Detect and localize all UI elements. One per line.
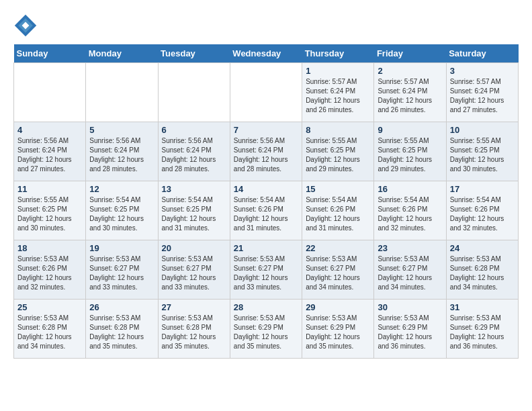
calendar-cell: 10Sunrise: 5:55 AM Sunset: 6:25 PM Dayli… (446, 122, 518, 181)
day-number: 21 (234, 243, 298, 253)
calendar-cell (86, 63, 158, 122)
day-number: 27 (162, 302, 226, 312)
day-info: Sunrise: 5:56 AM Sunset: 6:24 PM Dayligh… (162, 136, 226, 174)
day-number: 8 (306, 125, 370, 135)
calendar-cell: 4Sunrise: 5:56 AM Sunset: 6:24 PM Daylig… (14, 122, 86, 181)
day-number: 11 (17, 184, 82, 194)
calendar-cell: 13Sunrise: 5:54 AM Sunset: 6:25 PM Dayli… (158, 181, 230, 240)
calendar-cell: 29Sunrise: 5:53 AM Sunset: 6:29 PM Dayli… (302, 300, 374, 359)
week-row-4: 18Sunrise: 5:53 AM Sunset: 6:26 PM Dayli… (14, 240, 519, 300)
day-number: 7 (234, 125, 298, 135)
calendar-cell: 20Sunrise: 5:53 AM Sunset: 6:27 PM Dayli… (158, 240, 230, 300)
day-info: Sunrise: 5:53 AM Sunset: 6:27 PM Dayligh… (234, 255, 298, 292)
day-number: 23 (378, 243, 442, 253)
header-tuesday: Tuesday (158, 44, 230, 63)
week-row-3: 11Sunrise: 5:55 AM Sunset: 6:25 PM Dayli… (14, 181, 519, 240)
day-number: 19 (89, 243, 154, 253)
day-info: Sunrise: 5:53 AM Sunset: 6:29 PM Dayligh… (378, 314, 442, 351)
day-number: 25 (17, 302, 82, 312)
calendar-cell: 5Sunrise: 5:56 AM Sunset: 6:24 PM Daylig… (86, 122, 158, 181)
day-number: 6 (162, 125, 226, 135)
day-info: Sunrise: 5:56 AM Sunset: 6:24 PM Dayligh… (234, 136, 298, 174)
header-wednesday: Wednesday (230, 44, 302, 63)
day-number: 28 (234, 302, 298, 312)
day-info: Sunrise: 5:53 AM Sunset: 6:27 PM Dayligh… (306, 255, 370, 292)
calendar-cell: 2Sunrise: 5:57 AM Sunset: 6:24 PM Daylig… (374, 63, 446, 122)
day-info: Sunrise: 5:56 AM Sunset: 6:24 PM Dayligh… (17, 136, 82, 174)
day-number: 3 (450, 66, 515, 76)
calendar-cell: 30Sunrise: 5:53 AM Sunset: 6:29 PM Dayli… (374, 300, 446, 359)
day-info: Sunrise: 5:55 AM Sunset: 6:25 PM Dayligh… (378, 136, 442, 174)
day-number: 16 (378, 184, 442, 194)
calendar-cell (230, 63, 302, 122)
day-number: 22 (306, 243, 370, 253)
calendar-cell (158, 63, 230, 122)
day-number: 10 (450, 125, 515, 135)
logo (13, 13, 42, 38)
day-info: Sunrise: 5:55 AM Sunset: 6:25 PM Dayligh… (450, 136, 515, 174)
day-info: Sunrise: 5:53 AM Sunset: 6:29 PM Dayligh… (450, 314, 515, 351)
day-number: 20 (162, 243, 226, 253)
calendar-header-row: SundayMondayTuesdayWednesdayThursdayFrid… (14, 44, 519, 63)
day-info: Sunrise: 5:55 AM Sunset: 6:25 PM Dayligh… (306, 136, 370, 174)
day-info: Sunrise: 5:53 AM Sunset: 6:29 PM Dayligh… (306, 314, 370, 351)
calendar-cell (14, 63, 86, 122)
day-number: 12 (89, 184, 154, 194)
day-info: Sunrise: 5:53 AM Sunset: 6:27 PM Dayligh… (378, 255, 442, 292)
calendar-table: SundayMondayTuesdayWednesdayThursdayFrid… (13, 44, 519, 359)
calendar-cell: 22Sunrise: 5:53 AM Sunset: 6:27 PM Dayli… (302, 240, 374, 300)
logo-icon (13, 13, 38, 38)
calendar-cell: 21Sunrise: 5:53 AM Sunset: 6:27 PM Dayli… (230, 240, 302, 300)
day-info: Sunrise: 5:54 AM Sunset: 6:25 PM Dayligh… (89, 195, 154, 233)
day-info: Sunrise: 5:57 AM Sunset: 6:24 PM Dayligh… (306, 77, 370, 115)
day-number: 2 (378, 66, 442, 76)
day-info: Sunrise: 5:57 AM Sunset: 6:24 PM Dayligh… (450, 77, 515, 115)
calendar-cell: 31Sunrise: 5:53 AM Sunset: 6:29 PM Dayli… (446, 300, 518, 359)
day-number: 29 (306, 302, 370, 312)
calendar-cell: 9Sunrise: 5:55 AM Sunset: 6:25 PM Daylig… (374, 122, 446, 181)
calendar-cell: 27Sunrise: 5:53 AM Sunset: 6:28 PM Dayli… (158, 300, 230, 359)
page-header (13, 13, 519, 38)
calendar-cell: 14Sunrise: 5:54 AM Sunset: 6:26 PM Dayli… (230, 181, 302, 240)
day-info: Sunrise: 5:53 AM Sunset: 6:29 PM Dayligh… (234, 314, 298, 351)
header-sunday: Sunday (14, 44, 86, 63)
calendar-cell: 26Sunrise: 5:53 AM Sunset: 6:28 PM Dayli… (86, 300, 158, 359)
day-number: 26 (89, 302, 154, 312)
day-info: Sunrise: 5:53 AM Sunset: 6:28 PM Dayligh… (162, 314, 226, 351)
day-number: 17 (450, 184, 515, 194)
day-info: Sunrise: 5:56 AM Sunset: 6:24 PM Dayligh… (89, 136, 154, 174)
day-info: Sunrise: 5:57 AM Sunset: 6:24 PM Dayligh… (378, 77, 442, 115)
calendar-cell: 28Sunrise: 5:53 AM Sunset: 6:29 PM Dayli… (230, 300, 302, 359)
calendar-cell: 24Sunrise: 5:53 AM Sunset: 6:28 PM Dayli… (446, 240, 518, 300)
day-number: 31 (450, 302, 515, 312)
calendar-cell: 1Sunrise: 5:57 AM Sunset: 6:24 PM Daylig… (302, 63, 374, 122)
header-monday: Monday (86, 44, 158, 63)
day-number: 24 (450, 243, 515, 253)
day-info: Sunrise: 5:53 AM Sunset: 6:28 PM Dayligh… (89, 314, 154, 351)
calendar-cell: 16Sunrise: 5:54 AM Sunset: 6:26 PM Dayli… (374, 181, 446, 240)
calendar-cell: 6Sunrise: 5:56 AM Sunset: 6:24 PM Daylig… (158, 122, 230, 181)
calendar-cell: 25Sunrise: 5:53 AM Sunset: 6:28 PM Dayli… (14, 300, 86, 359)
day-info: Sunrise: 5:53 AM Sunset: 6:27 PM Dayligh… (162, 255, 226, 292)
day-info: Sunrise: 5:54 AM Sunset: 6:26 PM Dayligh… (306, 195, 370, 233)
calendar-cell: 19Sunrise: 5:53 AM Sunset: 6:27 PM Dayli… (86, 240, 158, 300)
day-info: Sunrise: 5:53 AM Sunset: 6:28 PM Dayligh… (450, 255, 515, 292)
week-row-5: 25Sunrise: 5:53 AM Sunset: 6:28 PM Dayli… (14, 300, 519, 359)
header-friday: Friday (374, 44, 446, 63)
week-row-2: 4Sunrise: 5:56 AM Sunset: 6:24 PM Daylig… (14, 122, 519, 181)
day-number: 14 (234, 184, 298, 194)
calendar-cell: 15Sunrise: 5:54 AM Sunset: 6:26 PM Dayli… (302, 181, 374, 240)
day-number: 5 (89, 125, 154, 135)
week-row-1: 1Sunrise: 5:57 AM Sunset: 6:24 PM Daylig… (14, 63, 519, 122)
day-info: Sunrise: 5:53 AM Sunset: 6:28 PM Dayligh… (17, 314, 82, 351)
calendar-cell: 3Sunrise: 5:57 AM Sunset: 6:24 PM Daylig… (446, 63, 518, 122)
header-saturday: Saturday (446, 44, 518, 63)
calendar-cell: 7Sunrise: 5:56 AM Sunset: 6:24 PM Daylig… (230, 122, 302, 181)
day-info: Sunrise: 5:53 AM Sunset: 6:26 PM Dayligh… (17, 255, 82, 292)
day-number: 15 (306, 184, 370, 194)
day-number: 30 (378, 302, 442, 312)
calendar-cell: 18Sunrise: 5:53 AM Sunset: 6:26 PM Dayli… (14, 240, 86, 300)
calendar-cell: 23Sunrise: 5:53 AM Sunset: 6:27 PM Dayli… (374, 240, 446, 300)
calendar-cell: 8Sunrise: 5:55 AM Sunset: 6:25 PM Daylig… (302, 122, 374, 181)
day-info: Sunrise: 5:54 AM Sunset: 6:26 PM Dayligh… (450, 195, 515, 233)
